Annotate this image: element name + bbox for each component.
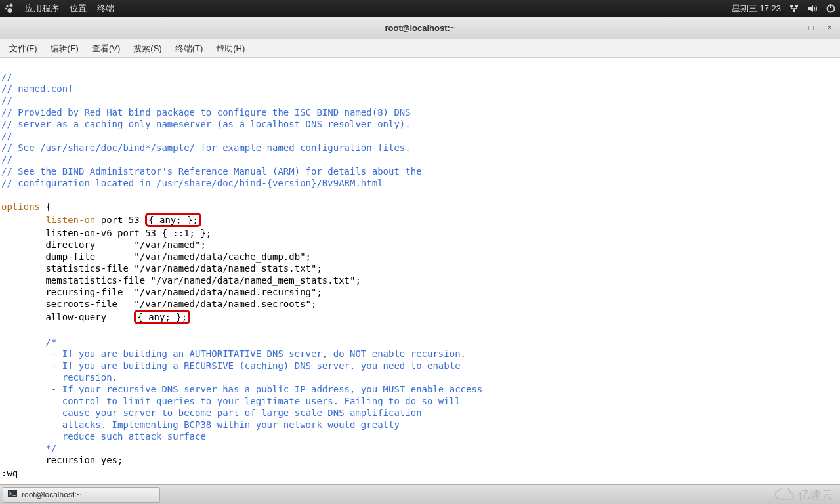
menu-file[interactable]: 文件(F) <box>3 41 44 56</box>
conf-comment: // Provided by Red Hat bind package to c… <box>1 107 411 117</box>
menu-search[interactable]: 搜索(S) <box>127 41 168 56</box>
svg-rect-6 <box>793 10 795 12</box>
svg-point-2 <box>5 8 7 10</box>
conf-block-comment: /* <box>1 337 56 347</box>
menu-edit[interactable]: 编辑(E) <box>44 41 85 56</box>
terminal-viewport[interactable]: // // named.conf // // Provided by Red H… <box>0 58 840 482</box>
conf-line: recursion yes; <box>1 455 123 465</box>
taskbar-item-terminal[interactable]: root@localhost:~ <box>3 487 160 503</box>
conf-line: statistics-file "/var/named/data/named_s… <box>1 263 322 274</box>
highlight-box-allow-query-any: { any; }; <box>134 310 190 324</box>
watermark-text: 亿速云 <box>798 487 833 503</box>
conf-line: memstatistics-file "/var/named/data/name… <box>1 275 361 285</box>
svg-rect-5 <box>795 5 798 7</box>
menu-terminal-menu[interactable]: 终端(T) <box>169 41 210 56</box>
conf-comment: // <box>1 154 12 165</box>
conf-comment: // <box>1 131 12 141</box>
gnome-foot-icon <box>4 3 14 14</box>
vim-command-line[interactable]: :wq <box>1 467 18 479</box>
menubar: 文件(F) 编辑(E) 查看(V) 搜索(S) 终端(T) 帮助(H) <box>0 39 840 58</box>
window-minimize-button[interactable]: — <box>786 21 799 34</box>
conf-line: directory "/var/named"; <box>1 240 206 250</box>
conf-comment: // <box>1 72 12 82</box>
svg-point-1 <box>6 5 8 7</box>
svg-point-0 <box>10 4 13 7</box>
conf-block-comment: attacks. Implementing BCP38 within your … <box>1 419 400 430</box>
highlight-box-listen-any: { any; }; <box>145 213 201 227</box>
terminal-icon <box>7 488 18 501</box>
menu-applications[interactable]: 应用程序 <box>25 3 59 14</box>
power-icon[interactable] <box>826 3 836 14</box>
menu-places[interactable]: 位置 <box>70 3 87 14</box>
conf-block-comment: reduce such attack surface <box>1 431 206 442</box>
conf-block-comment: */ <box>1 443 56 453</box>
taskbar: root@localhost:~ 亿速云 <box>0 484 840 504</box>
conf-line: listen-on-v6 port 53 { ::1; }; <box>1 228 211 238</box>
conf-block-comment: - If your recursive DNS server has a pub… <box>1 384 482 394</box>
conf-comment: // named.conf <box>1 83 74 94</box>
conf-comment: // server as a caching only nameserver (… <box>1 119 411 129</box>
conf-keyword-listen-on: listen-on <box>45 215 95 225</box>
conf-comment: // <box>1 95 12 106</box>
conf-keyword-options: options <box>1 201 40 212</box>
system-top-bar: 应用程序 位置 终端 星期三 17:23 <box>0 0 840 17</box>
window-maximize-button[interactable]: □ <box>805 21 818 34</box>
svg-rect-4 <box>790 5 793 7</box>
conf-line: dump-file "/var/named/data/cache_dump.db… <box>1 251 311 262</box>
conf-text: { <box>40 201 51 212</box>
conf-block-comment: cause your server to become part of larg… <box>1 408 422 418</box>
conf-block-comment: control to limit queries to your legitim… <box>1 396 461 406</box>
conf-line: allow-query <box>1 312 134 322</box>
clock-label[interactable]: 星期三 17:23 <box>732 3 781 14</box>
svg-rect-8 <box>830 4 831 8</box>
volume-icon[interactable] <box>807 3 818 14</box>
conf-line: secroots-file "/var/named/data/named.sec… <box>1 299 316 309</box>
conf-block-comment: recursion. <box>1 372 117 383</box>
window-title: root@localhost:~ <box>0 23 840 33</box>
svg-point-3 <box>8 8 12 13</box>
conf-block-comment: - If you are building an AUTHORITATIVE D… <box>1 348 466 359</box>
conf-comment: // See the BIND Administrator's Referenc… <box>1 166 422 177</box>
window-titlebar: root@localhost:~ — □ × <box>0 17 840 39</box>
menu-help[interactable]: 帮助(H) <box>209 41 251 56</box>
taskbar-item-label: root@localhost:~ <box>22 490 81 499</box>
window-close-button[interactable]: × <box>823 21 836 34</box>
conf-block-comment: - If you are building a RECURSIVE (cachi… <box>1 360 461 371</box>
conf-comment: // configuration located in /usr/share/d… <box>1 178 383 188</box>
menu-view[interactable]: 查看(V) <box>85 41 127 56</box>
menu-terminal[interactable]: 终端 <box>97 3 114 14</box>
conf-comment: // See /usr/share/doc/bind*/sample/ for … <box>1 142 411 153</box>
network-icon[interactable] <box>789 3 799 14</box>
watermark: 亿速云 <box>773 487 833 503</box>
svg-rect-9 <box>8 490 17 497</box>
conf-line: recursing-file "/var/named/data/named.re… <box>1 287 322 297</box>
conf-text: port 53 <box>95 215 145 225</box>
